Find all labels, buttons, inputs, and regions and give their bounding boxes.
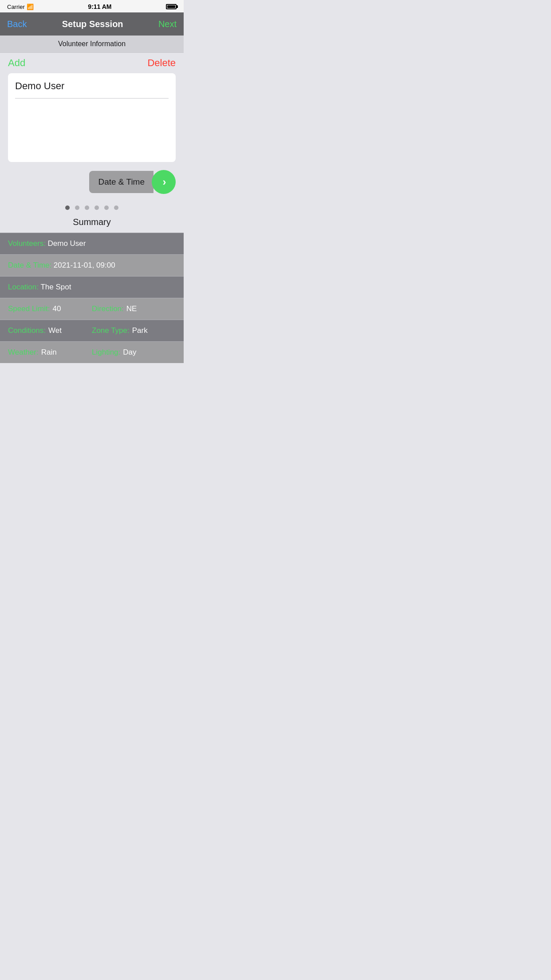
- summary-key-0: Volunteers:: [8, 239, 46, 248]
- summary-value-right-3: NE: [126, 304, 137, 313]
- summary-row-2: Location: The Spot: [0, 276, 184, 298]
- add-button[interactable]: Add: [8, 57, 25, 69]
- back-button[interactable]: Back: [7, 19, 27, 29]
- summary-value-left-3: 40: [53, 304, 61, 313]
- summary-key-right-3: Direction:: [92, 304, 124, 313]
- wifi-icon: 📶: [27, 4, 34, 10]
- status-time: 9:11 AM: [88, 3, 111, 10]
- section-header: Volunteer Information: [0, 36, 184, 53]
- volunteer-list: Demo User: [8, 73, 176, 162]
- nav-bar: Back Setup Session Next: [0, 12, 184, 36]
- carrier-label: Carrier 📶: [7, 4, 34, 10]
- summary-row-right-4: Zone Type: Park: [92, 326, 176, 335]
- summary-value-right-5: Day: [123, 348, 136, 357]
- dot-3: [85, 205, 89, 210]
- volunteer-name[interactable]: Demo User: [15, 80, 169, 99]
- summary-value-right-4: Park: [132, 326, 148, 335]
- action-bar: Add Delete: [0, 53, 184, 73]
- summary-row-left-5: Weather: Rain: [8, 348, 92, 357]
- summary-rows: Volunteers: Demo User Date & Time: 2021-…: [0, 233, 184, 363]
- date-time-arrow-icon: ›: [152, 170, 176, 194]
- page-indicator: [0, 198, 184, 214]
- summary-row-3: Speed Limit: 40 Direction: NE: [0, 298, 184, 320]
- summary-label: Summary: [0, 214, 184, 233]
- dot-2: [75, 205, 79, 210]
- summary-key-1: Date & Time:: [8, 261, 51, 270]
- summary-value-left-5: Rain: [41, 348, 57, 357]
- summary-key-2: Location:: [8, 283, 39, 292]
- navigation-section: Date & Time ›: [0, 162, 184, 198]
- summary-row-right-3: Direction: NE: [92, 304, 176, 313]
- dot-1: [65, 205, 70, 210]
- summary-row-4: Conditions: Wet Zone Type: Park: [0, 320, 184, 341]
- summary-row-0: Volunteers: Demo User: [0, 233, 184, 254]
- summary-key-right-4: Zone Type:: [92, 326, 130, 335]
- delete-button[interactable]: Delete: [147, 57, 176, 69]
- page-title: Setup Session: [62, 19, 123, 29]
- carrier-text: Carrier: [7, 4, 25, 10]
- summary-key-left-5: Weather:: [8, 348, 39, 357]
- summary-row-1: Date & Time: 2021-11-01, 09:00: [0, 254, 184, 276]
- summary-value-2: The Spot: [40, 283, 71, 292]
- summary-row-right-5: Lighting: Day: [92, 348, 176, 357]
- summary-key-left-4: Conditions:: [8, 326, 46, 335]
- summary-key-right-5: Lighting:: [92, 348, 120, 357]
- summary-value-left-4: Wet: [48, 326, 62, 335]
- summary-value-1: 2021-11-01, 09:00: [54, 261, 115, 270]
- summary-row-5: Weather: Rain Lighting: Day: [0, 341, 184, 363]
- dot-6: [114, 205, 118, 210]
- summary-value-0: Demo User: [48, 239, 86, 248]
- battery-icon: [166, 4, 177, 9]
- next-button[interactable]: Next: [158, 19, 177, 29]
- date-time-button[interactable]: Date & Time ›: [89, 170, 176, 194]
- summary-key-left-3: Speed Limit:: [8, 304, 50, 313]
- status-bar: Carrier 📶 9:11 AM: [0, 0, 184, 12]
- dot-5: [104, 205, 109, 210]
- summary-row-left-3: Speed Limit: 40: [8, 304, 92, 313]
- date-time-label: Date & Time: [89, 171, 153, 193]
- dot-4: [94, 205, 99, 210]
- summary-row-left-4: Conditions: Wet: [8, 326, 92, 335]
